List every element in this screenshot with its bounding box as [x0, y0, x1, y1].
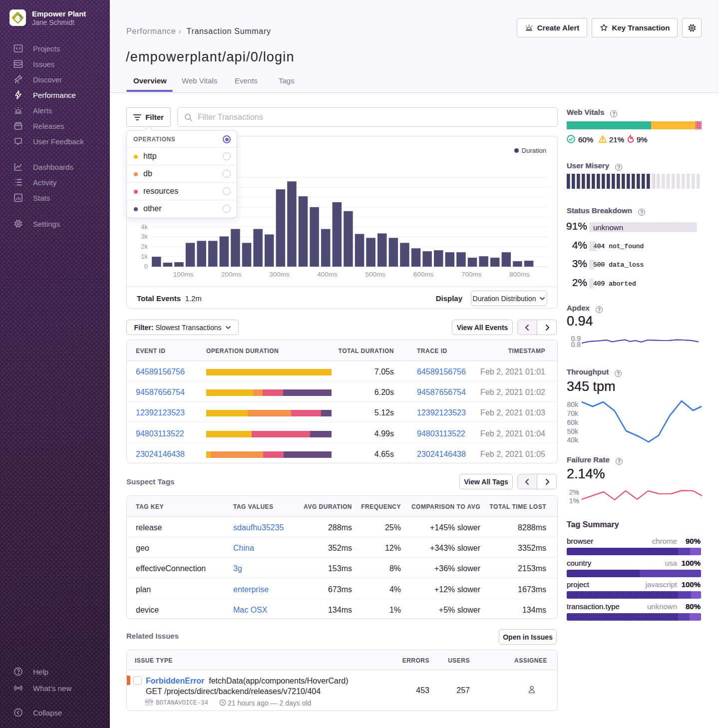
svg-text:4k: 4k: [141, 223, 148, 231]
svg-text:500ms: 500ms: [365, 271, 386, 278]
svg-text:800ms: 800ms: [509, 271, 530, 278]
svg-text:600ms: 600ms: [413, 271, 434, 278]
svg-text:0: 0: [144, 263, 148, 270]
svg-text:3k: 3k: [141, 233, 148, 240]
svg-text:100ms: 100ms: [173, 271, 194, 278]
svg-text:200ms: 200ms: [221, 271, 242, 278]
svg-text:400ms: 400ms: [317, 271, 338, 278]
svg-text:300ms: 300ms: [269, 271, 290, 278]
svg-text:2k: 2k: [141, 243, 148, 250]
svg-text:1k: 1k: [141, 253, 148, 260]
svg-text:700ms: 700ms: [461, 271, 482, 278]
